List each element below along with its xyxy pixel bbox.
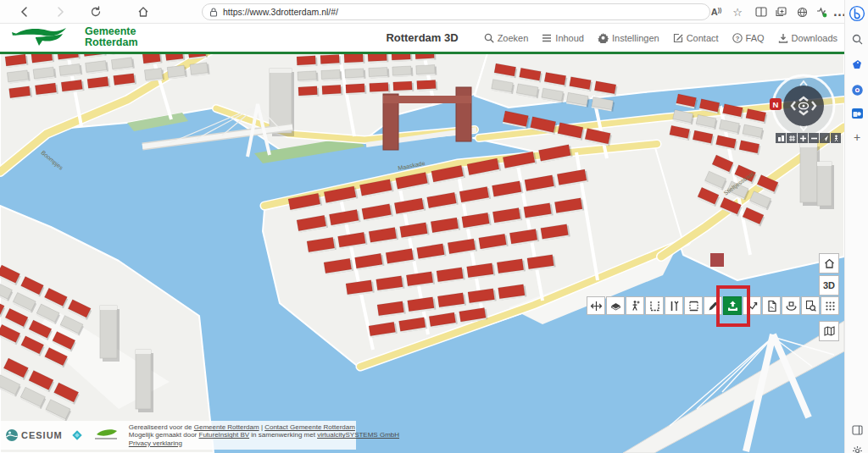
section-icon (668, 300, 681, 312)
basemap-button[interactable] (819, 321, 839, 341)
upload-icon (726, 300, 739, 312)
locate-button[interactable] (820, 133, 830, 143)
nav-inhoud[interactable]: Inhoud (542, 33, 584, 43)
map-toolbar (587, 296, 839, 315)
refresh-icon[interactable] (88, 4, 103, 19)
chart-profile-button[interactable] (743, 296, 761, 315)
tools-icon[interactable] (849, 81, 865, 98)
url-text: https://www.3drotterdam.nl/#/ (223, 7, 338, 17)
grid-layers-button[interactable] (821, 296, 839, 315)
read-aloud-icon[interactable]: A)) (709, 4, 724, 19)
pen-icon (707, 300, 720, 312)
favorites-star-icon[interactable]: ☆ (730, 4, 745, 19)
street-view-button[interactable] (831, 133, 841, 143)
question-icon: ? (732, 33, 743, 43)
nav-contact[interactable]: Contact (673, 33, 719, 43)
browser-toolbar: https://www.3drotterdam.nl/#/ A)) ☆ … (0, 0, 844, 24)
compass-navigation[interactable]: N (770, 72, 837, 140)
download-icon (778, 33, 788, 43)
sidebar-panel-icon[interactable] (849, 422, 865, 439)
link-gemeente-rotterdam[interactable]: Gemeente Rotterdam (194, 423, 259, 431)
attribution-text: Gerealiseerd voor de Gemeente Rotterdam … (129, 423, 399, 448)
link-privacy[interactable]: Privacy verklaring (129, 439, 182, 447)
extensions-icon[interactable] (794, 4, 810, 19)
site-header: Gemeente Rotterdam Rotterdam 3D Zoeken I… (0, 24, 844, 52)
home-icon (824, 258, 835, 268)
lock-icon (209, 8, 218, 17)
pedestrian-view-button[interactable] (626, 296, 644, 315)
cesium-canvas[interactable]: BoompjesMaaskadeStieltjesstraat (0, 53, 844, 453)
browser-essentials-icon[interactable] (814, 4, 829, 19)
partner-gem-logo[interactable] (71, 429, 83, 441)
clip-box-button[interactable] (684, 296, 703, 315)
collections-icon[interactable] (773, 4, 788, 19)
search-object-button[interactable] (801, 296, 820, 315)
profile-icon (648, 300, 661, 312)
pedestrian-icon (629, 300, 642, 312)
link-contact-gemeente[interactable]: Contact Gemeente Rotterdam (264, 423, 355, 431)
menu-icon (542, 34, 552, 42)
search-document-icon (804, 300, 817, 312)
compass-north-badge: N (770, 98, 782, 110)
address-bar[interactable]: https://www.3drotterdam.nl/#/ (202, 3, 710, 20)
cesium-logo[interactable]: CESIUM (5, 428, 63, 442)
header-divider (0, 52, 844, 54)
gear-icon (598, 32, 609, 43)
section-tool-button[interactable] (665, 296, 683, 315)
partner-green-logo[interactable] (92, 428, 120, 442)
edge-sidebar: + (844, 0, 868, 453)
home-icon[interactable] (136, 4, 151, 19)
pdf-icon (765, 300, 778, 312)
sidebar-search-icon[interactable] (849, 30, 865, 47)
cesium-globe-icon (5, 428, 19, 442)
grid-dots-icon (824, 300, 837, 312)
zoom-in-button[interactable] (798, 133, 808, 143)
sidebar-settings-gear-icon[interactable] (849, 442, 865, 453)
compose-icon (673, 33, 683, 43)
toggle-grid-button[interactable] (787, 133, 797, 143)
svg-text:N: N (773, 100, 779, 109)
forward-icon[interactable] (53, 4, 68, 19)
nav-instellingen[interactable]: Instellingen (598, 32, 659, 43)
nav-faq[interactable]: ? FAQ (732, 33, 765, 43)
back-icon[interactable] (17, 4, 32, 19)
shopping-icon[interactable] (849, 56, 865, 73)
toggle-buildings-button[interactable] (776, 133, 786, 143)
map-3d-view[interactable]: BoompjesMaaskadeStieltjesstraat N 3D (0, 53, 844, 453)
clip-icon (687, 300, 700, 312)
measure-icon (590, 300, 603, 312)
plane-icon (609, 300, 622, 312)
nav-zoeken[interactable]: Zoeken (484, 33, 529, 43)
upload-data-button[interactable] (723, 296, 742, 315)
export-pdf-button[interactable] (762, 296, 781, 315)
split-screen-icon[interactable] (754, 4, 769, 19)
attribution-bar: CESIUM Gerealiseerd voor de Gemeente Rot… (0, 421, 356, 450)
link-futureinsight[interactable]: FutureInsight BV (199, 431, 250, 439)
export-3d-button[interactable] (782, 296, 800, 315)
home-view-button[interactable] (819, 253, 839, 273)
height-profile-button[interactable] (645, 296, 664, 315)
measure-distance-button[interactable] (587, 296, 605, 315)
main-nav: Zoeken Inhoud Instellingen Contact ? FAQ… (484, 24, 837, 52)
zoom-out-button[interactable] (809, 133, 819, 143)
add-sidebar-item-icon[interactable]: + (849, 129, 865, 146)
export-3d-icon (785, 300, 798, 312)
compass-mini-toolbar (776, 133, 841, 143)
flatten-view-button[interactable] (606, 296, 625, 315)
map-icon (824, 326, 835, 336)
svg-text:?: ? (735, 34, 739, 41)
link-vcs[interactable]: virtualcitySYSTEMS GmbH (317, 431, 399, 439)
toggle-3d-button[interactable]: 3D (819, 275, 839, 296)
draw-tool-button[interactable] (704, 296, 722, 315)
chart-line-icon (746, 300, 759, 312)
search-icon (484, 33, 494, 43)
nav-downloads[interactable]: Downloads (778, 33, 837, 43)
outlook-icon[interactable] (849, 105, 865, 122)
bing-chat-icon[interactable] (849, 5, 865, 22)
